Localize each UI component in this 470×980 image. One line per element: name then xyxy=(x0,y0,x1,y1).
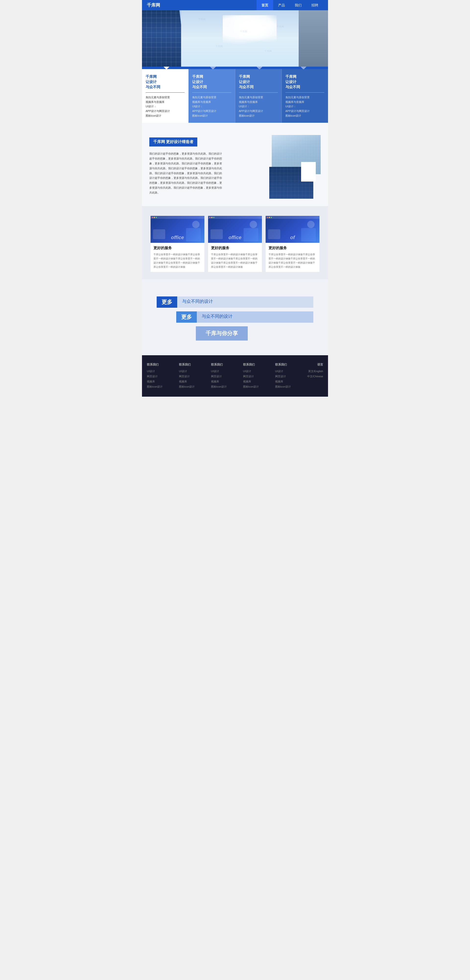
service-card-3-img: of xyxy=(265,216,319,243)
cta-row-2: 更多 与众不同的设计 xyxy=(176,312,313,323)
hero-building-right xyxy=(299,10,328,67)
service-card-2-img: office xyxy=(208,216,262,243)
services-section: office 更好的服务 千库让你享受不一样的设计体验千库让你享受不一样的设计体… xyxy=(142,208,328,279)
feature-col-2: 千库网让设计与众不同 免扣元素与原创背景 视频库与音频库 UI设计： APP设计… xyxy=(189,69,235,123)
service-card-3-body: 更好的服务 千库让你享受不一样的设计体验千库让你享受不一样的设计体验千库让你享受… xyxy=(265,243,319,272)
service-card-2-title: 更好的服务 xyxy=(211,246,259,250)
service-card-3-text: 千库让你享受不一样的设计体验千库让你享受不一样的设计体验千库让你享受不一样的设计… xyxy=(268,252,316,269)
footer-col-5-title: 联系我们 xyxy=(275,363,291,367)
footer: 联系我们 UI设计 网页设计 视频库 图标icon设计 联系我们 UI设计 网页… xyxy=(142,355,328,397)
footer-col-3-item-1: UI设计 xyxy=(211,369,227,374)
feature-col-2-title: 千库网让设计与众不同 xyxy=(192,74,231,89)
service-card-1: office 更好的服务 千库让你享受不一样的设计体验千库让你享受不一样的设计体… xyxy=(151,216,205,272)
cta-text-2: 与众不同的设计 xyxy=(197,312,313,323)
cta-text-1: 与众不同的设计 xyxy=(177,296,313,308)
footer-lang-en[interactable]: 英文/English xyxy=(307,369,323,374)
footer-col-1-item-3: 视频库 xyxy=(147,379,162,384)
feature-col-4-title: 千库网让设计与众不同 xyxy=(286,74,324,89)
footer-col-2: 联系我们 UI设计 网页设计 视频库 图标icon设计 xyxy=(179,363,195,389)
triangle-indicator-1 xyxy=(164,67,169,70)
service-card-2-office-text: office xyxy=(229,235,241,240)
nav-link-about[interactable]: 我们 xyxy=(290,0,306,10)
service-card-3: of 更好的服务 千库让你享受不一样的设计体验千库让你享受不一样的设计体验千库让… xyxy=(265,216,319,272)
service-card-1-body: 更好的服务 千库让你享受不一样的设计体验千库让你享受不一样的设计体验千库让你享受… xyxy=(151,243,205,272)
service-card-2-body: 更好的服务 千库让你享受不一样的设计体验千库让你享受不一样的设计体验千库让你享受… xyxy=(208,243,262,272)
footer-col-5-item-2: 网页设计 xyxy=(275,374,291,379)
feature-col-1-title: 千库网让设计与众不同 xyxy=(146,74,184,89)
footer-col-3-item-4: 图标icon设计 xyxy=(211,384,227,389)
cta-text-3: 千库与你分享 xyxy=(196,326,248,340)
footer-col-4-item-1: UI设计 xyxy=(243,369,259,374)
footer-col-3-item-2: 网页设计 xyxy=(211,374,227,379)
feature-section: 千库网让设计与众不同 免扣元素与原创背景 视频库与音频库 UI设计： APP设计… xyxy=(142,67,328,123)
cta-section: 更多 与众不同的设计 更多 与众不同的设计 千库与你分享 xyxy=(142,284,328,355)
feature-col-3-title: 千库网让设计与众不同 xyxy=(239,74,278,89)
footer-lang-zh[interactable]: 中文/Chinese xyxy=(307,374,323,379)
footer-col-lang: 语言 英文/English 中文/Chinese xyxy=(307,363,323,389)
about-title-bar: 千库网 更好设计缔造者 xyxy=(149,137,197,146)
feature-col-3-text: 免扣元素与原创背景 视频库与音频库 UI设计： APP设计与网页设计 图标ico… xyxy=(239,95,278,118)
footer-col-5-item-4: 图标icon设计 xyxy=(275,384,291,389)
about-text: 我们的设计超乎你的想象，更多资源与你共此路。我们的设计超乎你的想象，更多资源与你… xyxy=(149,151,223,195)
footer-col-3-title: 联系我们 xyxy=(211,363,227,367)
footer-col-4: 联系我们 UI设计 网页设计 视频库 图标icon设计 xyxy=(243,363,259,389)
nav-link-product[interactable]: 产品 xyxy=(273,0,290,10)
footer-col-4-item-4: 图标icon设计 xyxy=(243,384,259,389)
footer-col-4-item-2: 网页设计 xyxy=(243,374,259,379)
footer-col-5: 联系我们 UI设计 网页设计 视频库 图标icon设计 xyxy=(275,363,291,389)
footer-col-2-item-1: UI设计 xyxy=(179,369,195,374)
hero-section: 千库网 千库网 千库网 千库网 千库网 xyxy=(142,10,328,67)
about-left: 千库网 更好设计缔造者 我们的设计超乎你的想象，更多资源与你共此路。我们的设计超… xyxy=(149,137,262,196)
footer-col-1-item-4: 图标icon设计 xyxy=(147,384,162,389)
cta-row-3: 千库与你分享 xyxy=(196,326,313,340)
feature-col-1: 千库网让设计与众不同 免扣元素与原创背景 视频库与音频库 UI设计： APP设计… xyxy=(142,69,189,123)
service-card-1-office-text: office xyxy=(171,235,184,240)
footer-col-1-item-2: 网页设计 xyxy=(147,374,162,379)
footer-col-5-item-3: 视频库 xyxy=(275,379,291,384)
spacer-2 xyxy=(142,206,328,208)
feature-col-1-text: 免扣元素与原创背景 视频库与音频库 UI设计： APP设计与网页设计 图标ico… xyxy=(146,95,184,118)
footer-lang-title: 语言 xyxy=(307,363,323,367)
feature-col-4-text: 免扣元素与原创背景 视频库与音频库 UI设计： APP设计与网页设计 图标ico… xyxy=(286,95,324,118)
footer-col-3: 联系我们 UI设计 网页设计 视频库 图标icon设计 xyxy=(211,363,227,389)
hero-building-left xyxy=(142,10,186,67)
nav-links: 首页 产品 我们 招聘 xyxy=(257,0,323,10)
about-section: 千库网 更好设计缔造者 我们的设计超乎你的想象，更多资源与你共此路。我们的设计超… xyxy=(142,128,328,206)
service-card-1-img: office xyxy=(151,216,205,243)
services-grid: office 更好的服务 千库让你享受不一样的设计体验千库让你享受不一样的设计体… xyxy=(147,216,323,272)
feature-col-2-text: 免扣元素与原创背景 视频库与音频库 UI设计： APP设计与网页设计 图标ico… xyxy=(192,95,231,118)
footer-col-4-title: 联系我们 xyxy=(243,363,259,367)
service-card-2: office 更好的服务 千库让你享受不一样的设计体验千库让你享受不一样的设计体… xyxy=(208,216,262,272)
footer-col-3-item-3: 视频库 xyxy=(211,379,227,384)
cta-label-2: 更多 xyxy=(176,312,197,323)
service-card-1-text: 千库让你享受不一样的设计体验千库让你享受不一样的设计体验千库让你享受不一样的设计… xyxy=(154,252,202,269)
hero-clouds xyxy=(223,15,276,45)
about-img-white xyxy=(301,162,316,181)
service-card-1-title: 更好的服务 xyxy=(154,246,202,250)
footer-col-2-item-3: 视频库 xyxy=(179,379,195,384)
spacer-3 xyxy=(142,279,328,284)
nav-link-jobs[interactable]: 招聘 xyxy=(306,0,323,10)
footer-col-5-item-1: UI设计 xyxy=(275,369,291,374)
footer-col-1-item-1: UI设计 xyxy=(147,369,162,374)
hero-sky xyxy=(181,10,303,67)
about-right xyxy=(262,137,321,196)
spacer-1 xyxy=(142,123,328,128)
nav-logo: 千库网 xyxy=(147,2,160,8)
footer-col-4-item-3: 视频库 xyxy=(243,379,259,384)
cta-row-1: 更多 与众不同的设计 xyxy=(157,296,313,308)
nav-link-home[interactable]: 首页 xyxy=(257,0,273,10)
service-card-3-office-text: of xyxy=(290,235,295,240)
footer-col-2-title: 联系我们 xyxy=(179,363,195,367)
footer-col-2-item-2: 网页设计 xyxy=(179,374,195,379)
feature-col-3: 千库网让设计与众不同 免扣元素与原创背景 视频库与音频库 UI设计： APP设计… xyxy=(235,69,282,123)
service-card-2-text: 千库让你享受不一样的设计体验千库让你享受不一样的设计体验千库让你享受不一样的设计… xyxy=(211,252,259,269)
footer-col-2-item-4: 图标icon设计 xyxy=(179,384,195,389)
service-card-3-title: 更好的服务 xyxy=(268,246,316,250)
footer-col-1: 联系我们 UI设计 网页设计 视频库 图标icon设计 xyxy=(147,363,162,389)
footer-grid: 联系我们 UI设计 网页设计 视频库 图标icon设计 联系我们 UI设计 网页… xyxy=(147,363,323,389)
footer-col-1-title: 联系我们 xyxy=(147,363,162,367)
navbar: 千库网 首页 产品 我们 招聘 xyxy=(142,0,328,10)
cta-label-1: 更多 xyxy=(157,296,177,308)
feature-col-4: 千库网让设计与众不同 免扣元素与原创背景 视频库与音频库 UI设计： APP设计… xyxy=(282,69,328,123)
